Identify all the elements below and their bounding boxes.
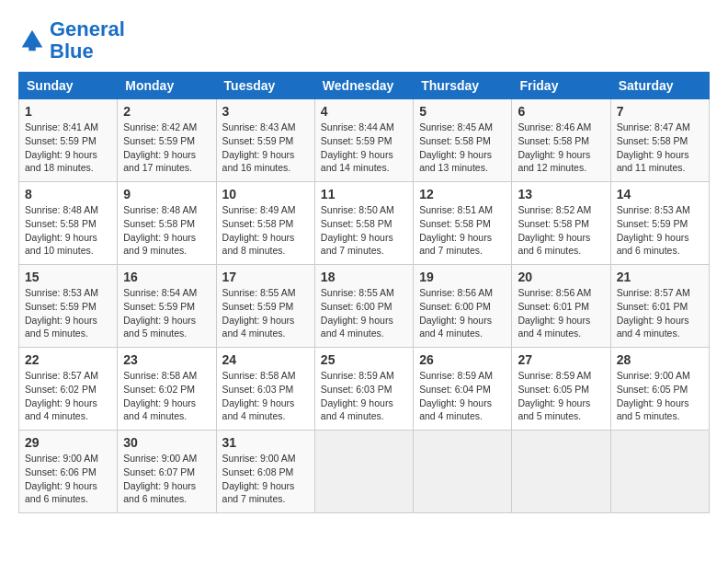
weekday-header-row: SundayMondayTuesdayWednesdayThursdayFrid… bbox=[19, 73, 710, 99]
day-number: 21 bbox=[617, 270, 703, 284]
calendar-cell: 19 Sunrise: 8:56 AMSunset: 6:00 PMDaylig… bbox=[414, 265, 512, 348]
calendar-cell: 25 Sunrise: 8:59 AMSunset: 6:03 PMDaylig… bbox=[314, 348, 413, 431]
calendar-cell: 27 Sunrise: 8:59 AMSunset: 6:05 PMDaylig… bbox=[512, 348, 610, 431]
calendar-cell: 22 Sunrise: 8:57 AMSunset: 6:02 PMDaylig… bbox=[19, 348, 118, 431]
day-number: 23 bbox=[123, 352, 210, 367]
day-number: 17 bbox=[222, 270, 309, 284]
calendar-cell: 18 Sunrise: 8:55 AMSunset: 6:00 PMDaylig… bbox=[314, 265, 413, 348]
calendar-cell: 2 Sunrise: 8:42 AMSunset: 5:59 PMDayligh… bbox=[118, 99, 216, 182]
cell-content: Sunrise: 8:50 AMSunset: 5:58 PMDaylight:… bbox=[321, 203, 407, 258]
day-number: 10 bbox=[222, 187, 309, 201]
calendar-cell bbox=[610, 431, 709, 513]
cell-content: Sunrise: 8:59 AMSunset: 6:03 PMDaylight:… bbox=[321, 369, 407, 423]
day-number: 12 bbox=[419, 187, 506, 201]
day-number: 29 bbox=[25, 435, 111, 450]
day-number: 4 bbox=[321, 104, 407, 119]
weekday-header: Friday bbox=[512, 73, 610, 99]
calendar-cell: 16 Sunrise: 8:54 AMSunset: 5:59 PMDaylig… bbox=[118, 265, 216, 348]
day-number: 30 bbox=[123, 435, 210, 450]
calendar-cell: 20 Sunrise: 8:56 AMSunset: 6:01 PMDaylig… bbox=[512, 265, 610, 348]
cell-content: Sunrise: 8:56 AMSunset: 6:00 PMDaylight:… bbox=[419, 286, 506, 340]
day-number: 5 bbox=[419, 104, 506, 119]
cell-content: Sunrise: 9:00 AMSunset: 6:05 PMDaylight:… bbox=[617, 369, 703, 423]
day-number: 14 bbox=[617, 187, 703, 201]
day-number: 25 bbox=[321, 352, 407, 367]
calendar-cell: 1 Sunrise: 8:41 AMSunset: 5:59 PMDayligh… bbox=[19, 99, 118, 182]
logo: General Blue bbox=[18, 18, 125, 63]
cell-content: Sunrise: 8:59 AMSunset: 6:04 PMDaylight:… bbox=[419, 369, 506, 423]
weekday-header: Thursday bbox=[414, 73, 512, 99]
page-header: General Blue bbox=[18, 18, 710, 63]
calendar-cell: 26 Sunrise: 8:59 AMSunset: 6:04 PMDaylig… bbox=[414, 348, 512, 431]
cell-content: Sunrise: 8:44 AMSunset: 5:59 PMDaylight:… bbox=[321, 121, 407, 175]
calendar-week-row: 1 Sunrise: 8:41 AMSunset: 5:59 PMDayligh… bbox=[19, 99, 710, 182]
calendar-cell: 15 Sunrise: 8:53 AMSunset: 5:59 PMDaylig… bbox=[19, 265, 118, 348]
cell-content: Sunrise: 8:52 AMSunset: 5:58 PMDaylight:… bbox=[518, 203, 604, 258]
cell-content: Sunrise: 8:57 AMSunset: 6:02 PMDaylight:… bbox=[25, 369, 111, 423]
cell-content: Sunrise: 8:47 AMSunset: 5:58 PMDaylight:… bbox=[617, 121, 703, 175]
day-number: 16 bbox=[123, 270, 210, 284]
cell-content: Sunrise: 8:55 AMSunset: 5:59 PMDaylight:… bbox=[222, 286, 309, 340]
logo-text: General Blue bbox=[50, 18, 125, 63]
day-number: 31 bbox=[222, 435, 309, 450]
calendar-week-row: 8 Sunrise: 8:48 AMSunset: 5:58 PMDayligh… bbox=[19, 182, 710, 265]
cell-content: Sunrise: 8:58 AMSunset: 6:02 PMDaylight:… bbox=[123, 369, 210, 423]
cell-content: Sunrise: 8:48 AMSunset: 5:58 PMDaylight:… bbox=[123, 203, 210, 258]
day-number: 26 bbox=[419, 352, 506, 367]
day-number: 27 bbox=[518, 352, 604, 367]
cell-content: Sunrise: 8:55 AMSunset: 6:00 PMDaylight:… bbox=[321, 286, 407, 340]
calendar-cell: 14 Sunrise: 8:53 AMSunset: 5:59 PMDaylig… bbox=[610, 182, 709, 265]
calendar-cell: 7 Sunrise: 8:47 AMSunset: 5:58 PMDayligh… bbox=[610, 99, 709, 182]
calendar-cell: 21 Sunrise: 8:57 AMSunset: 6:01 PMDaylig… bbox=[610, 265, 709, 348]
day-number: 3 bbox=[222, 104, 309, 119]
calendar-table: SundayMondayTuesdayWednesdayThursdayFrid… bbox=[18, 72, 710, 513]
calendar-cell: 28 Sunrise: 9:00 AMSunset: 6:05 PMDaylig… bbox=[610, 348, 709, 431]
day-number: 20 bbox=[518, 270, 604, 284]
cell-content: Sunrise: 8:56 AMSunset: 6:01 PMDaylight:… bbox=[518, 286, 604, 340]
weekday-header: Sunday bbox=[19, 73, 118, 99]
calendar-cell: 11 Sunrise: 8:50 AMSunset: 5:58 PMDaylig… bbox=[314, 182, 413, 265]
cell-content: Sunrise: 9:00 AMSunset: 6:06 PMDaylight:… bbox=[25, 452, 111, 506]
calendar-week-row: 22 Sunrise: 8:57 AMSunset: 6:02 PMDaylig… bbox=[19, 348, 710, 431]
calendar-cell: 13 Sunrise: 8:52 AMSunset: 5:58 PMDaylig… bbox=[512, 182, 610, 265]
weekday-header: Monday bbox=[118, 73, 216, 99]
calendar-cell: 24 Sunrise: 8:58 AMSunset: 6:03 PMDaylig… bbox=[216, 348, 314, 431]
calendar-cell: 30 Sunrise: 9:00 AMSunset: 6:07 PMDaylig… bbox=[118, 431, 216, 513]
cell-content: Sunrise: 8:43 AMSunset: 5:59 PMDaylight:… bbox=[222, 121, 309, 175]
day-number: 18 bbox=[321, 270, 407, 284]
cell-content: Sunrise: 8:51 AMSunset: 5:58 PMDaylight:… bbox=[419, 203, 506, 258]
cell-content: Sunrise: 8:49 AMSunset: 5:58 PMDaylight:… bbox=[222, 203, 309, 258]
calendar-cell: 5 Sunrise: 8:45 AMSunset: 5:58 PMDayligh… bbox=[414, 99, 512, 182]
calendar-cell: 3 Sunrise: 8:43 AMSunset: 5:59 PMDayligh… bbox=[216, 99, 314, 182]
day-number: 22 bbox=[25, 352, 111, 367]
calendar-week-row: 15 Sunrise: 8:53 AMSunset: 5:59 PMDaylig… bbox=[19, 265, 710, 348]
svg-rect-1 bbox=[28, 44, 36, 52]
calendar-cell bbox=[512, 431, 610, 513]
logo-icon bbox=[18, 27, 46, 54]
day-number: 24 bbox=[222, 352, 309, 367]
day-number: 8 bbox=[25, 187, 111, 201]
cell-content: Sunrise: 8:53 AMSunset: 5:59 PMDaylight:… bbox=[617, 203, 703, 258]
calendar-cell: 8 Sunrise: 8:48 AMSunset: 5:58 PMDayligh… bbox=[19, 182, 118, 265]
calendar-cell: 10 Sunrise: 8:49 AMSunset: 5:58 PMDaylig… bbox=[216, 182, 314, 265]
weekday-header: Saturday bbox=[610, 73, 709, 99]
calendar-cell: 6 Sunrise: 8:46 AMSunset: 5:58 PMDayligh… bbox=[512, 99, 610, 182]
cell-content: Sunrise: 9:00 AMSunset: 6:08 PMDaylight:… bbox=[222, 452, 309, 506]
cell-content: Sunrise: 8:46 AMSunset: 5:58 PMDaylight:… bbox=[518, 121, 604, 175]
calendar-cell: 17 Sunrise: 8:55 AMSunset: 5:59 PMDaylig… bbox=[216, 265, 314, 348]
calendar-cell: 29 Sunrise: 9:00 AMSunset: 6:06 PMDaylig… bbox=[19, 431, 118, 513]
day-number: 6 bbox=[518, 104, 604, 119]
weekday-header: Wednesday bbox=[314, 73, 413, 99]
day-number: 28 bbox=[617, 352, 703, 367]
cell-content: Sunrise: 8:41 AMSunset: 5:59 PMDaylight:… bbox=[25, 121, 111, 175]
cell-content: Sunrise: 8:59 AMSunset: 6:05 PMDaylight:… bbox=[518, 369, 604, 423]
day-number: 7 bbox=[617, 104, 703, 119]
weekday-header: Tuesday bbox=[216, 73, 314, 99]
calendar-cell: 4 Sunrise: 8:44 AMSunset: 5:59 PMDayligh… bbox=[314, 99, 413, 182]
day-number: 9 bbox=[123, 187, 210, 201]
calendar-week-row: 29 Sunrise: 9:00 AMSunset: 6:06 PMDaylig… bbox=[19, 431, 710, 513]
calendar-cell bbox=[414, 431, 512, 513]
day-number: 11 bbox=[321, 187, 407, 201]
cell-content: Sunrise: 8:57 AMSunset: 6:01 PMDaylight:… bbox=[617, 286, 703, 340]
day-number: 15 bbox=[25, 270, 111, 284]
